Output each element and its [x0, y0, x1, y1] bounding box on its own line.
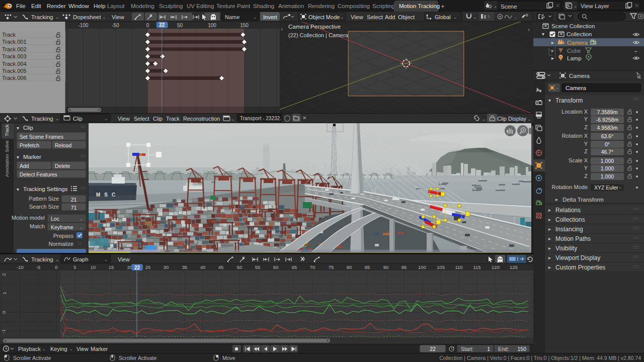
svg-text:50: 50: [237, 264, 243, 270]
svg-text:95: 95: [401, 264, 407, 270]
svg-text:150: 150: [240, 23, 249, 28]
svg-text:1: 1: [2, 292, 7, 294]
svg-text:50: 50: [177, 23, 183, 28]
svg-text:75: 75: [329, 264, 334, 270]
svg-text:65: 65: [292, 264, 297, 270]
svg-text:40: 40: [200, 264, 206, 270]
svg-text:15: 15: [109, 264, 114, 270]
svg-text:55: 55: [255, 264, 261, 270]
svg-text:22: 22: [159, 22, 165, 28]
svg-text:125: 125: [510, 264, 518, 270]
svg-text:5: 5: [73, 264, 76, 270]
svg-text:-100: -100: [78, 23, 88, 28]
svg-text:110: 110: [455, 264, 462, 270]
svg-text:0: 0: [1, 311, 7, 313]
svg-text:30: 30: [164, 264, 169, 270]
svg-text:-50: -50: [112, 23, 119, 28]
svg-text:120: 120: [492, 264, 500, 270]
svg-text:100: 100: [208, 23, 216, 28]
svg-text:-10: -10: [17, 264, 24, 270]
svg-text:45: 45: [218, 264, 224, 270]
svg-text:100: 100: [418, 264, 426, 270]
svg-text:-5: -5: [36, 264, 40, 270]
svg-text:-1: -1: [1, 329, 6, 333]
svg-text:10: 10: [91, 264, 96, 270]
svg-text:60: 60: [273, 264, 279, 270]
svg-text:25: 25: [145, 264, 151, 270]
svg-text:85: 85: [365, 264, 370, 270]
svg-text:35: 35: [182, 264, 188, 270]
svg-text:80: 80: [347, 264, 352, 270]
svg-text:115: 115: [473, 264, 480, 270]
svg-text:0: 0: [55, 264, 57, 270]
svg-text:2: 2: [1, 273, 7, 276]
svg-text:90: 90: [383, 264, 389, 270]
svg-text:0: 0: [146, 23, 149, 28]
svg-text:70: 70: [310, 264, 315, 270]
svg-text:105: 105: [437, 264, 445, 270]
